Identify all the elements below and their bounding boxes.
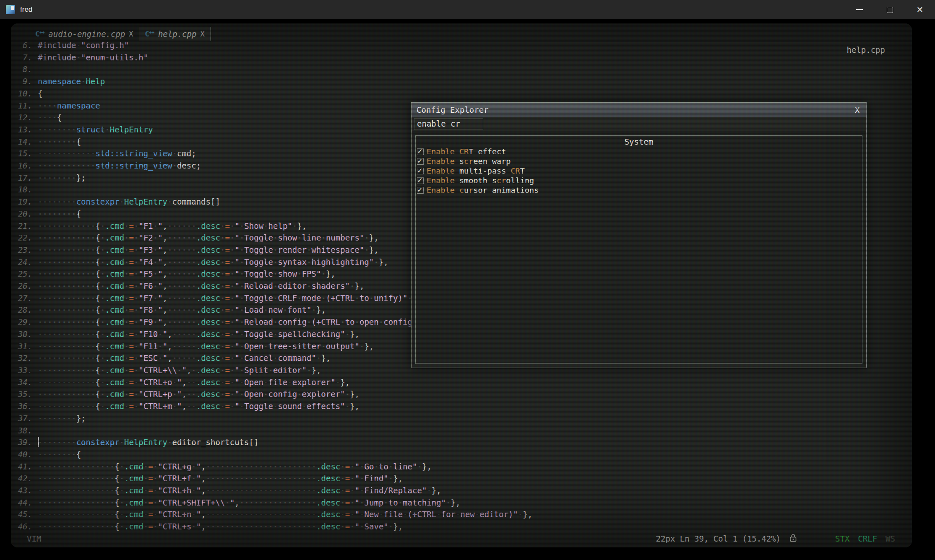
- status-flag-stx: STX: [835, 534, 849, 543]
- code-line: 42.················{·.cmd·=·"CTRL+f·",··…: [11, 472, 912, 485]
- line-content: ············{·.cmd·=·"F11·",·····.desc·=…: [38, 340, 374, 353]
- line-number: 23.: [11, 244, 38, 256]
- line-number: 15.: [11, 148, 38, 160]
- line-content: ············{·.cmd·=·"F6·",······.desc·=…: [38, 280, 364, 292]
- config-item-label: Enable CRT effect: [427, 147, 506, 156]
- close-button[interactable]: ✕: [905, 0, 935, 19]
- vim-mode-indicator: VIM: [27, 534, 41, 543]
- status-flag-crlf: CRLF: [858, 534, 877, 543]
- checkbox[interactable]: ✓: [417, 148, 424, 155]
- line-number: 35.: [11, 388, 38, 400]
- config-item-enable-screen-warp[interactable]: ✓Enable screen warp: [416, 156, 862, 166]
- config-item-label: Enable multi-pass CRT: [427, 166, 525, 175]
- line-number: 31.: [11, 340, 38, 353]
- line-content: ················{·.cmd·=·"CTRL+f·",·····…: [38, 472, 403, 485]
- line-content: ············{·.cmd·=·"F9·",······.desc·=…: [38, 316, 436, 328]
- line-content: ············std::string_view·cmd;: [38, 148, 196, 160]
- line-number: 21.: [11, 220, 38, 232]
- line-number: 16.: [11, 160, 38, 172]
- editor-screen: C++audio-engine.cppXC++help.cppX help.cp…: [11, 23, 912, 547]
- config-item-label: Enable smooth scrolling: [427, 176, 534, 185]
- checkmark-icon: ✓: [417, 156, 422, 165]
- code-line: 45.················{·.cmd·=·"CTRL+n·",··…: [11, 508, 912, 521]
- config-item-enable-crt-effect[interactable]: ✓Enable CRT effect: [416, 147, 862, 156]
- config-item-enable-multi-pass-crt[interactable]: ✓Enable multi-pass CRT: [416, 166, 862, 176]
- line-content: ············{·.cmd·=·"F8·",······.desc·=…: [38, 304, 326, 316]
- code-line: 40.········{: [11, 449, 912, 461]
- status-flag-ws: WS: [886, 534, 895, 543]
- line-number: 44.: [11, 497, 38, 509]
- line-number: 20.: [11, 208, 38, 220]
- line-number: 28.: [11, 304, 38, 316]
- line-content: ················{·.cmd·=·"CTRL+h·",·····…: [38, 485, 441, 497]
- code-line: 8.: [11, 63, 912, 75]
- cpp-file-icon: C++: [35, 30, 44, 38]
- line-number: 13.: [11, 124, 38, 136]
- code-line: 41.················{·.cmd·=·"CTRL+g·",··…: [11, 461, 912, 473]
- line-content: ········};: [38, 172, 86, 184]
- config-item-enable-cursor-animations[interactable]: ✓Enable cursor animations: [416, 185, 862, 195]
- line-number: 36.: [11, 400, 38, 412]
- line-number: 29.: [11, 316, 38, 328]
- line-number: 43.: [11, 485, 38, 497]
- maximize-icon: [887, 7, 893, 13]
- status-flags: STXCRLFWS: [835, 534, 895, 543]
- line-number: 19.: [11, 196, 38, 208]
- line-number: 9.: [11, 75, 38, 88]
- line-number: 46.: [11, 521, 38, 533]
- line-content: ················{·.cmd·=·"CTRL+s·",·····…: [38, 521, 403, 533]
- line-number: 30.: [11, 328, 38, 340]
- line-content: ············{·.cmd·=·"ESC·",·····.desc·=…: [38, 352, 331, 364]
- os-titlebar: fred ✕: [0, 0, 935, 19]
- line-number: 18.: [11, 184, 38, 196]
- tab-audio-engine.cpp[interactable]: C++audio-engine.cppX: [29, 27, 139, 41]
- cursor-position-text: 22px Ln 39, Col 1 (15.42%): [656, 534, 781, 543]
- popup-close-icon[interactable]: X: [855, 106, 861, 114]
- window-title: fred: [20, 5, 32, 14]
- checkbox[interactable]: ✓: [417, 177, 424, 184]
- status-right-group: 22px Ln 39, Col 1 (15.42%) STXCRLFWS: [656, 533, 895, 544]
- code-line: 36.············{·.cmd·=·"CTRL+m·",··.des…: [11, 400, 912, 412]
- line-content: ········{: [38, 449, 81, 461]
- line-content: ········constexpr·HelpEntry·commands[]: [38, 196, 220, 208]
- tab-close-icon[interactable]: X: [200, 30, 204, 38]
- config-search-input[interactable]: enable cr: [414, 118, 483, 130]
- line-number: 12.: [11, 111, 38, 124]
- config-search-row[interactable]: enable cr: [412, 117, 866, 131]
- checkmark-icon: ✓: [417, 175, 422, 184]
- config-explorer-titlebar[interactable]: Config Explorer X: [412, 103, 866, 117]
- line-content: {: [38, 88, 42, 100]
- line-content: ················{·.cmd·=·"CTRL+g·",·····…: [38, 461, 432, 473]
- app-icon: [6, 5, 15, 14]
- line-number: 6.: [11, 39, 38, 52]
- line-content: ········{: [38, 208, 81, 220]
- line-content: ············{·.cmd·=·"F1·",······.desc·=…: [38, 220, 307, 232]
- line-number: 11.: [11, 100, 38, 112]
- line-content: namespace·Help: [38, 75, 105, 88]
- line-number: 8.: [11, 63, 38, 75]
- checkmark-icon: ✓: [417, 166, 422, 175]
- tab-help.cpp[interactable]: C++help.cppX: [139, 27, 211, 41]
- config-explorer-title: Config Explorer: [417, 105, 489, 114]
- config-item-label: Enable cursor animations: [427, 186, 539, 194]
- line-number: 32.: [11, 352, 38, 364]
- tab-bar-divider: [11, 42, 912, 42]
- line-content: ········{: [38, 136, 81, 148]
- checkbox[interactable]: ✓: [417, 158, 424, 165]
- line-content: ············{·.cmd·=·"CTRL+o·",··.desc·=…: [38, 376, 350, 389]
- checkmark-icon: ✓: [417, 146, 422, 156]
- tab-label: audio-engine.cpp: [48, 29, 125, 39]
- maximize-button[interactable]: [875, 0, 905, 19]
- checkbox[interactable]: ✓: [417, 168, 424, 174]
- line-content: ············{·.cmd·=·"F4·",······.desc·=…: [38, 256, 388, 268]
- code-line: 37.········};: [11, 412, 912, 425]
- line-content: ············{·.cmd·=·"CTRL+\\·",·.desc·=…: [38, 364, 321, 376]
- code-line: 35.············{·.cmd·=·"CTRL+p·",··.des…: [11, 388, 912, 400]
- checkbox[interactable]: ✓: [417, 187, 424, 194]
- tab-close-icon[interactable]: X: [129, 30, 133, 38]
- config-item-enable-smooth-scrolling[interactable]: ✓Enable smooth scrolling: [416, 176, 862, 185]
- line-number: 10.: [11, 88, 38, 100]
- line-content: ················{·.cmd·=·"CTRL+SHIFT+\\·…: [38, 497, 460, 509]
- minimize-button[interactable]: [844, 0, 875, 19]
- config-item-label: Enable screen warp: [427, 157, 511, 166]
